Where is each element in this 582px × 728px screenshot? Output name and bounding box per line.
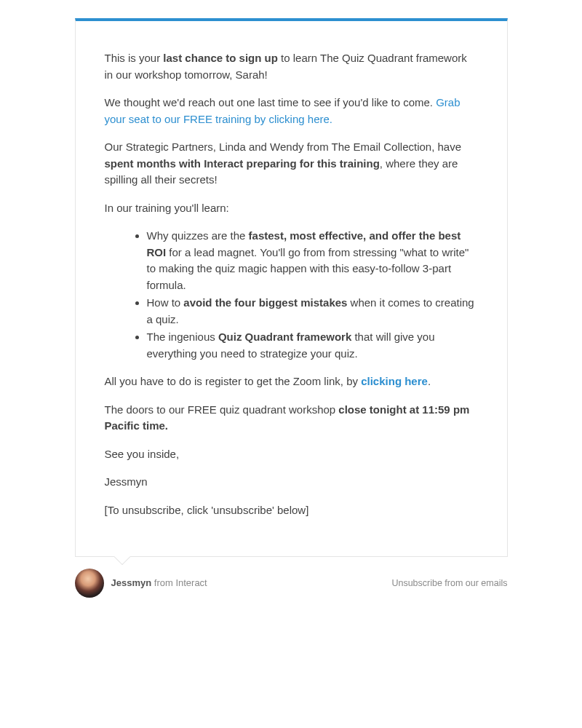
- text: All you have to do is register to get th…: [105, 375, 362, 387]
- sender-block: Jessmyn from Interact: [75, 569, 207, 598]
- text: This is your: [105, 52, 164, 64]
- sender-text: Jessmyn from Interact: [111, 576, 207, 590]
- text: for a lead magnet. You'll go from from s…: [147, 246, 469, 291]
- clicking-here-link[interactable]: clicking here: [361, 375, 428, 387]
- text: .: [428, 375, 431, 387]
- paragraph-signoff: See you inside,: [105, 446, 478, 463]
- list-item: The ingenious Quiz Quadrant framework th…: [147, 329, 478, 362]
- text-bold: last chance to sign up: [163, 52, 278, 64]
- paragraph-deadline: The doors to our FREE quiz quadrant work…: [105, 402, 478, 435]
- paragraph-cta1: We thought we'd reach out one last time …: [105, 95, 478, 127]
- text-bold: Quiz Quadrant framework: [218, 331, 351, 343]
- text: Why quizzes are the: [147, 229, 249, 242]
- paragraph-intro: This is your last chance to sign up to l…: [105, 50, 478, 83]
- avatar: [75, 569, 104, 598]
- unsubscribe-link[interactable]: Unsubscribe from our emails: [391, 577, 507, 590]
- paragraph-register: All you have to do is register to get th…: [105, 373, 478, 390]
- email-container: This is your last chance to sign up to l…: [75, 18, 508, 611]
- paragraph-partners: Our Strategic Partners, Linda and Wendy …: [105, 139, 478, 189]
- text: The ingenious: [147, 331, 218, 343]
- paragraph-signature: Jessmyn: [105, 474, 478, 491]
- email-footer: Jessmyn from Interact Unsubscribe from o…: [75, 557, 508, 611]
- paragraph-learn-intro: In our training you'll learn:: [105, 200, 478, 217]
- text: Our Strategic Partners, Linda and Wendy …: [105, 141, 462, 153]
- text: How to: [147, 296, 184, 309]
- text: The doors to our FREE quiz quadrant work…: [105, 403, 339, 416]
- list-item: How to avoid the four biggest mistakes w…: [147, 295, 478, 328]
- text-bold: avoid the four biggest mistakes: [183, 296, 347, 309]
- list-item: Why quizzes are the fastest, most effect…: [147, 228, 478, 293]
- text: We thought we'd reach out one last time …: [105, 96, 436, 108]
- paragraph-unsub-note: [To unsubscribe, click 'unsubscribe' bel…: [105, 502, 478, 519]
- sender-from: from Interact: [151, 577, 207, 588]
- email-card: This is your last chance to sign up to l…: [75, 18, 508, 557]
- sender-name: Jessmyn: [111, 577, 152, 588]
- text-bold: spent months with Interact preparing for…: [105, 157, 380, 170]
- bullet-list: Why quizzes are the fastest, most effect…: [105, 228, 478, 362]
